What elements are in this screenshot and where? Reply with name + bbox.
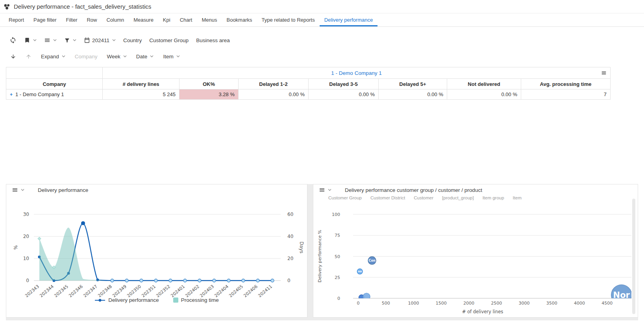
svg-text:202401: 202401: [170, 284, 186, 298]
avg-processing-time-cell: 7: [521, 89, 611, 100]
chevron-down-icon: [33, 39, 37, 41]
svg-text:202404: 202404: [213, 284, 229, 298]
column-header-delayed-5plus[interactable]: Delayed 5+: [379, 79, 447, 89]
customer-group-filter-button[interactable]: Customer Group: [149, 37, 189, 43]
country-filter-button[interactable]: Country: [123, 37, 142, 43]
dimension-tabs: Customer Group Customer District Custome…: [328, 195, 522, 200]
svg-text:3000: 3000: [519, 301, 530, 306]
delivery-statistics-table: 1 - Demo Company 1 Company # delivery li…: [6, 67, 611, 100]
app-window: Delivery performance - fact_sales_delive…: [0, 0, 644, 331]
legend-item-processing-time[interactable]: Processing time: [173, 297, 219, 303]
chart-legend: Delivery performance Processing time: [6, 297, 307, 303]
svg-text:1500: 1500: [436, 301, 447, 306]
date-dropdown[interactable]: Date: [136, 54, 154, 60]
chevron-down-icon: [112, 39, 116, 41]
svg-text:202411: 202411: [257, 284, 273, 298]
nav-tab-delivery-performance[interactable]: Delivery performance: [320, 13, 378, 26]
tab-item[interactable]: Item: [513, 195, 522, 200]
expand-dropdown[interactable]: Expand: [41, 54, 65, 60]
customer-product-panel: Delivery performance customer group / cu…: [313, 184, 638, 318]
bubble-chart[interactable]: 0255075100050010001500200025003000350040…: [313, 203, 637, 315]
svg-text:75: 75: [335, 233, 340, 238]
nav-tab-report[interactable]: Report: [4, 13, 29, 26]
panel-menu-button[interactable]: [319, 187, 331, 193]
column-header-delivery-lines[interactable]: # delivery lines: [103, 79, 180, 89]
toolbar-primary: 202411 Country Customer Group Business a…: [9, 34, 230, 46]
tab-customer-district[interactable]: Customer District: [370, 195, 405, 200]
nav-tab-bookmarks[interactable]: Bookmarks: [222, 13, 257, 26]
refresh-button[interactable]: [9, 37, 17, 44]
svg-text:3500: 3500: [546, 301, 557, 306]
app-cluster-icon: [3, 3, 10, 10]
column-header-not-delivered[interactable]: Not delivered: [447, 79, 521, 89]
tab-customer-group[interactable]: Customer Group: [328, 195, 362, 200]
nav-tab-chart[interactable]: Chart: [175, 13, 197, 26]
svg-text:0: 0: [337, 296, 340, 301]
svg-text:202352: 202352: [155, 284, 171, 298]
nav-tab-column[interactable]: Column: [102, 13, 129, 26]
hamburger-icon: [12, 187, 18, 193]
nav-tab-row[interactable]: Row: [82, 13, 102, 26]
nav-tab-filter[interactable]: Filter: [61, 13, 82, 26]
panel-divider: [307, 184, 313, 318]
column-header-company[interactable]: Company: [6, 79, 103, 89]
chevron-down-icon: [21, 189, 24, 191]
svg-text:202403: 202403: [199, 284, 215, 298]
table-menu-icon[interactable]: [601, 70, 607, 76]
svg-text:Con: Con: [369, 259, 376, 262]
bookmark-menu-button[interactable]: [24, 37, 37, 43]
main-nav: Report Page filter Filter Row Column Mea…: [0, 13, 644, 27]
group-header-link[interactable]: 1 - Demo Company 1: [331, 70, 381, 76]
nav-tab-menus[interactable]: Menus: [197, 13, 222, 26]
svg-text:202402: 202402: [184, 284, 200, 298]
refresh-icon: [9, 37, 17, 44]
chevron-down-icon: [176, 55, 180, 58]
item-dropdown[interactable]: Item: [163, 54, 180, 60]
tab-customer[interactable]: Customer: [414, 195, 433, 200]
week-dropdown[interactable]: Week: [107, 54, 127, 60]
layout-menu-button[interactable]: [44, 37, 57, 43]
company-cell: +1 - Demo Company 1: [6, 89, 103, 100]
svg-text:202351: 202351: [141, 284, 157, 298]
svg-text:50: 50: [335, 254, 340, 259]
nav-tab-type-related[interactable]: Type related to Reports: [257, 13, 320, 26]
bottom-strip: [6, 318, 638, 320]
calendar-icon: [84, 37, 90, 43]
chevron-down-icon: [62, 55, 65, 58]
filter-menu-button[interactable]: [64, 37, 76, 43]
nav-tab-kpi[interactable]: Kpi: [158, 13, 175, 26]
business-area-filter-button[interactable]: Business area: [196, 37, 230, 43]
tab-product-group[interactable]: [product_group]: [442, 195, 474, 200]
svg-text:4500: 4500: [601, 301, 613, 306]
hamburger-icon: [319, 187, 325, 193]
tab-item-group[interactable]: Item group: [483, 195, 504, 200]
left-panel-header: Delivery performance: [12, 187, 88, 193]
svg-text:202350: 202350: [126, 284, 142, 298]
arrow-down-icon: [10, 54, 16, 60]
hamburger-icon: [44, 37, 50, 43]
drill-down-button[interactable]: [10, 54, 16, 60]
panel-scrollbar[interactable]: [632, 199, 635, 314]
drill-up-button[interactable]: [26, 54, 31, 60]
svg-text:0: 0: [26, 278, 29, 283]
column-header-delayed-3-5[interactable]: Delayed 3-5: [309, 79, 379, 89]
panel-menu-button[interactable]: [12, 187, 24, 193]
delivery-performance-line-chart[interactable]: 01020300204060%Days202343202344202345202…: [6, 195, 307, 300]
nav-tab-page-filter[interactable]: Page filter: [29, 13, 61, 26]
svg-text:30: 30: [23, 212, 29, 217]
column-header-ok[interactable]: OK%: [180, 79, 239, 89]
svg-text:Days: Days: [299, 242, 304, 253]
nav-tab-measure[interactable]: Measure: [129, 13, 158, 26]
expand-row-button[interactable]: +: [10, 92, 13, 97]
svg-text:2500: 2500: [491, 301, 502, 306]
period-picker[interactable]: 202411: [84, 37, 116, 43]
ok-percent-cell: 3.28 %: [180, 89, 239, 100]
svg-text:202406: 202406: [242, 284, 259, 298]
svg-text:202344: 202344: [39, 284, 55, 298]
table-corner-cell: [6, 67, 103, 79]
column-header-avg-processing-time[interactable]: Avg. processing time: [521, 79, 611, 89]
delivery-performance-panel: Delivery performance 01020300204060%Days…: [6, 184, 307, 318]
column-header-delayed-1-2[interactable]: Delayed 1-2: [239, 79, 309, 89]
legend-item-delivery-performance[interactable]: Delivery performance: [94, 297, 159, 303]
group-header-cell: 1 - Demo Company 1: [103, 67, 611, 79]
